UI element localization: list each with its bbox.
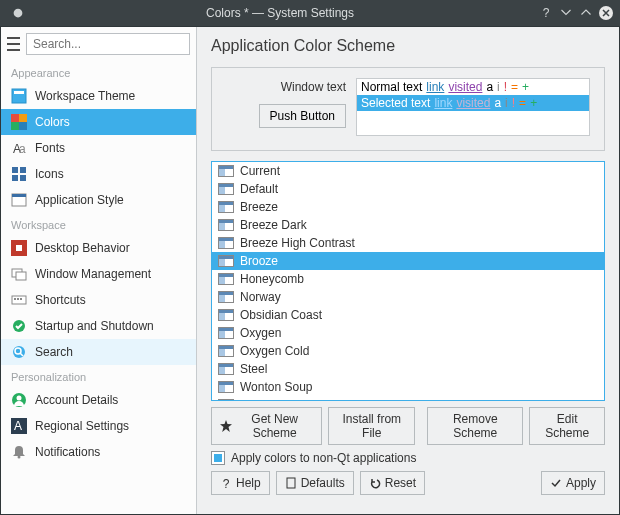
close-icon[interactable]	[598, 5, 614, 21]
startup-icon	[11, 318, 27, 334]
sidebar-item-label: Application Style	[35, 193, 124, 207]
sidebar-item-label: Workspace Theme	[35, 89, 135, 103]
scheme-item[interactable]: Breeze High Contrast	[212, 234, 604, 252]
defaults-label: Defaults	[301, 476, 345, 490]
scheme-button-row: Get New Scheme Install from File Remove …	[211, 407, 605, 445]
scheme-item[interactable]: Breeze	[212, 198, 604, 216]
sidebar-item-label: Search	[35, 345, 73, 359]
scheme-item[interactable]: Brooze	[212, 252, 604, 270]
preview-visited-sel: visited	[456, 96, 490, 110]
preview-link-sel: link	[434, 96, 452, 110]
preview-active: a	[486, 80, 493, 94]
preview-inactive-sel: i	[505, 96, 508, 110]
scheme-item-label: Oxygen Cold	[240, 344, 309, 358]
svg-text:a: a	[19, 142, 26, 156]
scheme-item[interactable]: Steel	[212, 360, 604, 378]
notifications-icon	[11, 444, 27, 460]
account-icon	[11, 392, 27, 408]
scheme-item[interactable]: Norway	[212, 288, 604, 306]
scheme-item-label: Steel	[240, 362, 267, 376]
install-from-file-button[interactable]: Install from File	[328, 407, 415, 445]
scheme-preview-icon	[218, 201, 234, 213]
preview-negative-sel: !	[512, 96, 515, 110]
sidebar-item-search[interactable]: Search	[1, 339, 196, 365]
sidebar-item-workspace-theme[interactable]: Workspace Theme	[1, 83, 196, 109]
scheme-list[interactable]: CurrentDefaultBreezeBreeze DarkBreeze Hi…	[211, 161, 605, 401]
scheme-item[interactable]: Oxygen Cold	[212, 342, 604, 360]
bottom-button-row: ? Help Defaults Reset Apply	[211, 471, 605, 495]
search-input[interactable]	[26, 33, 190, 55]
scheme-item-label: Breeze High Contrast	[240, 236, 355, 250]
svg-rect-5	[19, 114, 27, 122]
scheme-item[interactable]: Breeze Dark	[212, 216, 604, 234]
sidebar-group-label: Workspace	[1, 213, 196, 235]
preview-normal-row: Normal text link visited a i ! = +	[357, 79, 589, 95]
sidebar-item-label: Account Details	[35, 393, 118, 407]
scheme-preview-icon	[218, 273, 234, 285]
scheme-item-label: Zion	[240, 398, 263, 401]
help-titlebar-icon[interactable]: ?	[538, 5, 554, 21]
shortcuts-icon	[11, 292, 27, 308]
sidebar-item-label: Shortcuts	[35, 293, 86, 307]
scheme-item[interactable]: Zion	[212, 396, 604, 401]
scheme-preview-icon	[218, 363, 234, 375]
scheme-item-label: Honeycomb	[240, 272, 304, 286]
sidebar-item-regional-settings[interactable]: ARegional Settings	[1, 413, 196, 439]
preview-positive-sel: +	[530, 96, 537, 110]
sidebar-item-notifications[interactable]: Notifications	[1, 439, 196, 465]
scheme-preview-icon	[218, 345, 234, 357]
get-new-scheme-button[interactable]: Get New Scheme	[211, 407, 322, 445]
defaults-button[interactable]: Defaults	[276, 471, 354, 495]
remove-scheme-button[interactable]: Remove Scheme	[427, 407, 523, 445]
scheme-preview-icon	[218, 399, 234, 401]
sidebar-item-account-details[interactable]: Account Details	[1, 387, 196, 413]
scheme-item[interactable]: Obsidian Coast	[212, 306, 604, 324]
minimize-icon[interactable]	[558, 5, 574, 21]
scheme-item[interactable]: Oxygen	[212, 324, 604, 342]
scheme-preview-icon	[218, 183, 234, 195]
page-title: Application Color Scheme	[197, 27, 619, 61]
hamburger-icon[interactable]	[7, 35, 20, 53]
sidebar-item-colors[interactable]: Colors	[1, 109, 196, 135]
sidebar-item-desktop-behavior[interactable]: Desktop Behavior	[1, 235, 196, 261]
edit-scheme-button[interactable]: Edit Scheme	[529, 407, 605, 445]
sidebar-item-application-style[interactable]: Application Style	[1, 187, 196, 213]
svg-rect-13	[20, 175, 26, 181]
apply-non-qt-label: Apply colors to non-Qt applications	[231, 451, 416, 465]
apply-non-qt-row[interactable]: Apply colors to non-Qt applications	[211, 451, 605, 465]
preview-link: link	[426, 80, 444, 94]
sidebar-item-icons[interactable]: Icons	[1, 161, 196, 187]
scheme-preview-icon	[218, 291, 234, 303]
scheme-preview-icon	[218, 381, 234, 393]
sidebar-item-fonts[interactable]: AaFonts	[1, 135, 196, 161]
preview-neutral-sel: =	[519, 96, 526, 110]
scheme-item[interactable]: Wonton Soup	[212, 378, 604, 396]
sidebar-item-shortcuts[interactable]: Shortcuts	[1, 287, 196, 313]
app-body: AppearanceWorkspace ThemeColorsAaFontsIc…	[0, 26, 620, 515]
help-label: Help	[236, 476, 261, 490]
scheme-item-label: Breeze Dark	[240, 218, 307, 232]
preview-visited: visited	[448, 80, 482, 94]
reset-button[interactable]: Reset	[360, 471, 425, 495]
scheme-item-label: Default	[240, 182, 278, 196]
sidebar: AppearanceWorkspace ThemeColorsAaFontsIc…	[1, 27, 197, 514]
scheme-item[interactable]: Default	[212, 180, 604, 198]
svg-point-0	[14, 9, 23, 18]
scheme-item[interactable]: Current	[212, 162, 604, 180]
sidebar-item-startup-and-shutdown[interactable]: Startup and Shutdown	[1, 313, 196, 339]
window-mgmt-icon	[11, 266, 27, 282]
svg-rect-10	[12, 167, 18, 173]
search-icon	[11, 344, 27, 360]
preview-negative: !	[504, 80, 507, 94]
scheme-preview-icon	[218, 165, 234, 177]
sidebar-item-window-management[interactable]: Window Management	[1, 261, 196, 287]
apply-non-qt-checkbox[interactable]	[211, 451, 225, 465]
apply-button[interactable]: Apply	[541, 471, 605, 495]
scheme-item[interactable]: Honeycomb	[212, 270, 604, 288]
push-button[interactable]: Push Button	[259, 104, 346, 128]
window-title: Colors * — System Settings	[26, 6, 534, 20]
svg-text:A: A	[14, 419, 22, 433]
maximize-icon[interactable]	[578, 5, 594, 21]
help-button[interactable]: ? Help	[211, 471, 270, 495]
svg-rect-6	[11, 122, 19, 130]
